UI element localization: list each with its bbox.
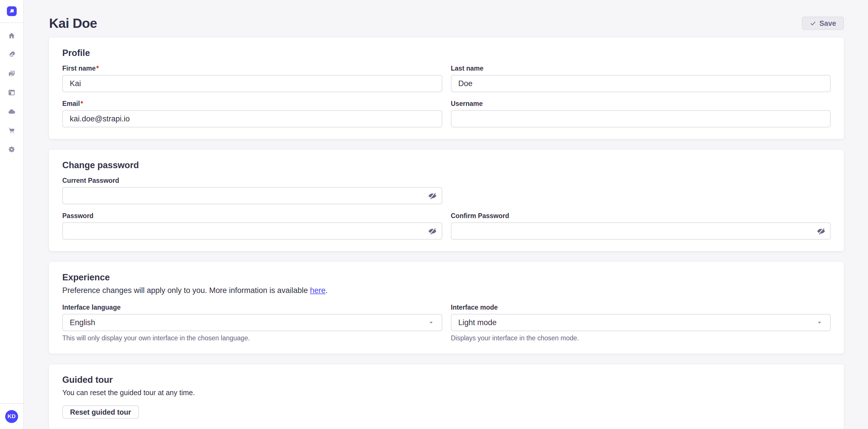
interface-language-select[interactable]: English (62, 314, 442, 331)
eye-off-icon (428, 191, 437, 200)
change-password-card: Change password Current Password (49, 150, 844, 251)
workspace-logo-button[interactable] (0, 0, 23, 23)
username-field: Username (451, 100, 831, 127)
experience-description: Preference changes will apply only to yo… (62, 286, 831, 295)
change-password-heading: Change password (62, 160, 831, 170)
interface-language-value: English (70, 318, 95, 327)
email-field: Email* (62, 100, 442, 127)
strapi-logo (7, 6, 17, 16)
eye-off-icon (428, 227, 437, 236)
reset-guided-tour-button[interactable]: Reset guided tour (62, 405, 139, 419)
email-label: Email* (62, 100, 442, 108)
interface-mode-value: Light mode (458, 318, 497, 327)
save-button[interactable]: Save (802, 16, 844, 30)
required-asterisk: * (81, 100, 83, 107)
cloud-icon (8, 108, 16, 116)
feather-icon (8, 51, 16, 59)
main-area: Kai Doe Save Profile First name* (24, 0, 868, 429)
current-password-field: Current Password (62, 177, 442, 204)
guided-tour-card: Guided tour You can reset the guided tou… (49, 364, 844, 429)
username-label: Username (451, 100, 831, 108)
content: Profile First name* Last name (24, 32, 868, 429)
interface-mode-label: Interface mode (451, 304, 831, 311)
sidebar-item-deploy[interactable] (5, 105, 19, 118)
guided-tour-heading: Guided tour (62, 375, 831, 385)
user-avatar[interactable]: KD (5, 410, 18, 423)
strapi-logo-icon (9, 8, 15, 14)
profile-card: Profile First name* Last name (49, 38, 844, 139)
interface-language-label: Interface language (62, 304, 442, 311)
avatar-initials: KD (7, 413, 16, 420)
app-root: KD Kai Doe Save Profile First name* (0, 0, 868, 429)
eye-off-icon (817, 227, 826, 236)
required-asterisk: * (96, 65, 99, 72)
interface-mode-select[interactable]: Light mode (451, 314, 831, 331)
sidebar-nav (0, 23, 23, 162)
last-name-input[interactable] (451, 75, 831, 92)
last-name-label: Last name (451, 65, 831, 72)
save-button-label: Save (819, 19, 836, 28)
new-password-label: Password (62, 212, 442, 220)
toggle-new-password-visibility-button[interactable] (426, 224, 439, 238)
last-name-field: Last name (451, 65, 831, 92)
toggle-current-password-visibility-button[interactable] (426, 189, 439, 203)
first-name-field: First name* (62, 65, 442, 92)
chevron-down-icon (428, 319, 434, 326)
sidebar-item-settings[interactable] (5, 143, 19, 156)
interface-language-field: Interface language English This will onl… (62, 304, 442, 342)
gear-icon (8, 145, 16, 153)
confirm-password-field: Confirm Password (451, 212, 831, 240)
home-icon (8, 32, 16, 40)
sidebar-item-marketplace[interactable] (5, 124, 19, 137)
first-name-label: First name* (62, 65, 442, 72)
current-password-label: Current Password (62, 177, 442, 185)
interface-mode-hint: Displays your interface in the chosen mo… (451, 334, 831, 342)
check-icon (810, 20, 816, 27)
cart-icon (8, 127, 16, 134)
sidebar: KD (0, 0, 24, 429)
username-input[interactable] (451, 110, 831, 127)
chevron-down-icon (816, 319, 823, 326)
profile-heading: Profile (62, 48, 831, 58)
new-password-field: Password (62, 212, 442, 240)
email-input[interactable] (62, 110, 442, 127)
page-header: Kai Doe Save (24, 0, 868, 32)
layout-icon (8, 89, 16, 96)
interface-mode-field: Interface mode Light mode Displays your … (451, 304, 831, 342)
toggle-confirm-password-visibility-button[interactable] (814, 224, 828, 238)
sidebar-item-home[interactable] (5, 29, 19, 42)
media-library-icon (8, 70, 16, 77)
new-password-input[interactable] (62, 222, 442, 240)
confirm-password-input[interactable] (451, 222, 831, 240)
page-title: Kai Doe (49, 15, 97, 31)
more-information-link[interactable]: here (310, 286, 326, 295)
sidebar-footer: KD (0, 403, 23, 429)
guided-tour-text: You can reset the guided tour at any tim… (62, 389, 831, 397)
confirm-password-label: Confirm Password (451, 212, 831, 220)
first-name-input[interactable] (62, 75, 442, 92)
experience-heading: Experience (62, 272, 831, 283)
current-password-input[interactable] (62, 187, 442, 204)
sidebar-item-content-type-builder[interactable] (5, 86, 19, 99)
experience-card: Experience Preference changes will apply… (49, 262, 844, 354)
interface-language-hint: This will only display your own interfac… (62, 334, 442, 342)
sidebar-item-media-library[interactable] (5, 67, 19, 80)
sidebar-item-content-manager[interactable] (5, 48, 19, 61)
